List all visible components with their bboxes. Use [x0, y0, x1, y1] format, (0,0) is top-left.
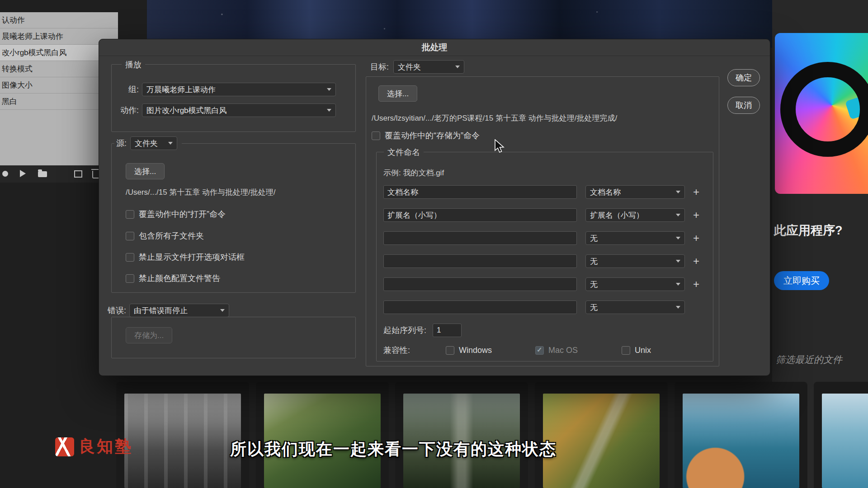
add-naming-token-button[interactable]: + — [693, 277, 699, 291]
naming-field-4[interactable] — [383, 254, 577, 268]
thumbnail-photo — [822, 394, 868, 488]
naming-field-3[interactable] — [383, 231, 577, 245]
buy-now-button[interactable]: 立即购买 — [774, 271, 829, 290]
add-naming-token-button[interactable]: + — [693, 254, 699, 268]
target-group: 选择... /Users/lzsyitian/.../老万的PS课程/15 第十… — [366, 76, 719, 366]
target-select-value: 文件夹 — [398, 62, 421, 72]
compatibility-label: 兼容性: — [383, 345, 410, 356]
override-open-checkbox[interactable] — [126, 210, 134, 219]
override-save-as-checkbox[interactable] — [372, 131, 380, 140]
recent-file-card[interactable] — [395, 382, 528, 488]
naming-field-5[interactable] — [383, 277, 577, 291]
naming-select-2[interactable]: 扩展名（小写） — [585, 208, 685, 222]
source-select-value: 文件夹 — [135, 138, 158, 149]
chevron-down-icon — [327, 88, 331, 91]
chevron-down-icon — [327, 109, 331, 112]
add-naming-token-button[interactable]: + — [693, 185, 699, 199]
checkbox-label: Unix — [635, 346, 651, 355]
chevron-down-icon — [676, 214, 680, 216]
group-select[interactable]: 万晨曦老师上课动作 — [142, 83, 336, 96]
naming-select-value: 文档名称 — [590, 187, 621, 197]
checkbox-label: 包含所有子文件夹 — [139, 230, 204, 241]
source-choose-button[interactable]: 选择... — [126, 163, 165, 179]
error-select-value: 由于错误而停止 — [134, 305, 188, 316]
filter-recent-files-input[interactable]: 筛选最近的文件 — [776, 353, 842, 366]
video-subtitle: 所以我们现在一起来看一下没有的这种状态 — [230, 438, 557, 460]
save-as-button[interactable]: 存储为... — [126, 327, 172, 343]
watermark-text: 良知塾 — [79, 436, 133, 458]
file-naming-group: 文件命名 示例: 我的文档.gif 文档名称 + 扩展名（小写） + 无 + — [376, 152, 713, 361]
naming-field-6[interactable] — [383, 300, 577, 314]
play-icon[interactable] — [20, 170, 26, 177]
checkbox-label: 覆盖动作中的“存储为”命令 — [385, 130, 480, 141]
naming-select-3[interactable]: 无 — [585, 231, 685, 245]
error-label: 错误: — [99, 305, 126, 316]
record-icon[interactable] — [2, 171, 8, 177]
include-subfolders-checkbox[interactable] — [126, 232, 134, 240]
error-group: 存储为... — [111, 317, 356, 358]
thumbnail-photo — [543, 394, 660, 488]
source-label: 源: — [116, 138, 127, 149]
play-group: 播放 组: 万晨曦老师上课动作 动作: 图片改小rgb模式黑白风 — [111, 64, 356, 132]
naming-select-1[interactable]: 文档名称 — [585, 185, 685, 199]
promo-text: 此应用程序? — [774, 222, 843, 239]
naming-select-value: 无 — [590, 279, 598, 290]
compat-unix-checkbox[interactable] — [622, 346, 630, 355]
source-path: /Users/.../15 第十五章 动作与批处理/批处理/ — [126, 187, 276, 197]
serial-input[interactable] — [433, 324, 462, 337]
checkbox-label: Mac OS — [548, 346, 578, 355]
target-choose-button[interactable]: 选择... — [378, 85, 417, 102]
compat-macos-checkbox[interactable] — [535, 346, 544, 355]
recent-file-card[interactable] — [256, 382, 389, 488]
new-set-folder-icon[interactable] — [38, 171, 47, 177]
chevron-down-icon — [676, 237, 680, 239]
add-naming-token-button[interactable]: + — [693, 231, 699, 245]
naming-field-2[interactable] — [383, 208, 577, 222]
target-select[interactable]: 文件夹 — [393, 60, 464, 74]
naming-select-value: 无 — [590, 233, 598, 244]
naming-select-5[interactable]: 无 — [585, 277, 685, 291]
channel-watermark: 良知塾 — [55, 436, 133, 458]
recent-file-card[interactable] — [535, 382, 668, 488]
serial-label: 起始序列号: — [383, 325, 426, 336]
source-select[interactable]: 文件夹 — [130, 136, 177, 150]
checkbox-label: 禁止显示文件打开选项对话框 — [139, 252, 245, 263]
action-item[interactable]: 认动作 — [0, 12, 118, 28]
source-legend: 源: 文件夹 — [114, 136, 182, 150]
add-naming-token-button[interactable]: + — [693, 208, 699, 222]
chevron-down-icon — [676, 306, 680, 309]
batch-dialog: 批处理 播放 组: 万晨曦老师上课动作 动作: 图片改小rgb模式黑白风 源: … — [99, 39, 770, 376]
dialog-title: 批处理 — [99, 39, 770, 56]
compat-windows-checkbox[interactable] — [446, 346, 454, 355]
action-select[interactable]: 图片改小rgb模式黑白风 — [142, 103, 336, 117]
recent-file-card[interactable] — [116, 382, 249, 488]
ok-button[interactable]: 确定 — [727, 69, 760, 86]
checkbox-label: 禁止颜色配置文件警告 — [139, 273, 220, 284]
recent-file-card[interactable] — [675, 382, 807, 488]
thumbnail-photo — [683, 394, 799, 488]
naming-select-4[interactable]: 无 — [585, 254, 685, 268]
cc-logo-ring — [780, 62, 868, 157]
suppress-color-warning-checkbox[interactable] — [126, 274, 134, 283]
new-action-icon[interactable] — [74, 170, 82, 178]
naming-field-1[interactable] — [383, 185, 577, 199]
chevron-down-icon — [220, 309, 225, 312]
error-select[interactable]: 由于错误而停止 — [129, 304, 229, 317]
naming-select-value: 扩展名（小写） — [590, 210, 644, 221]
seal-icon — [55, 437, 74, 456]
chevron-down-icon — [168, 142, 173, 145]
play-group-legend: 播放 — [122, 59, 145, 70]
group-select-value: 万晨曦老师上课动作 — [146, 84, 216, 95]
chevron-down-icon — [676, 260, 680, 263]
cancel-button[interactable]: 取消 — [727, 97, 760, 114]
chevron-down-icon — [455, 66, 460, 68]
suppress-open-dialog-checkbox[interactable] — [126, 253, 134, 262]
group-label: 组: — [112, 84, 139, 95]
naming-select-value: 无 — [590, 256, 598, 267]
action-select-value: 图片改小rgb模式黑白风 — [146, 105, 227, 116]
recent-file-card[interactable] — [814, 382, 868, 488]
naming-select-6[interactable]: 无 — [585, 300, 685, 314]
target-label: 目标: — [370, 61, 389, 72]
file-naming-legend: 文件命名 — [384, 147, 424, 158]
checkbox-label: 覆盖动作中的“打开”命令 — [139, 209, 226, 220]
